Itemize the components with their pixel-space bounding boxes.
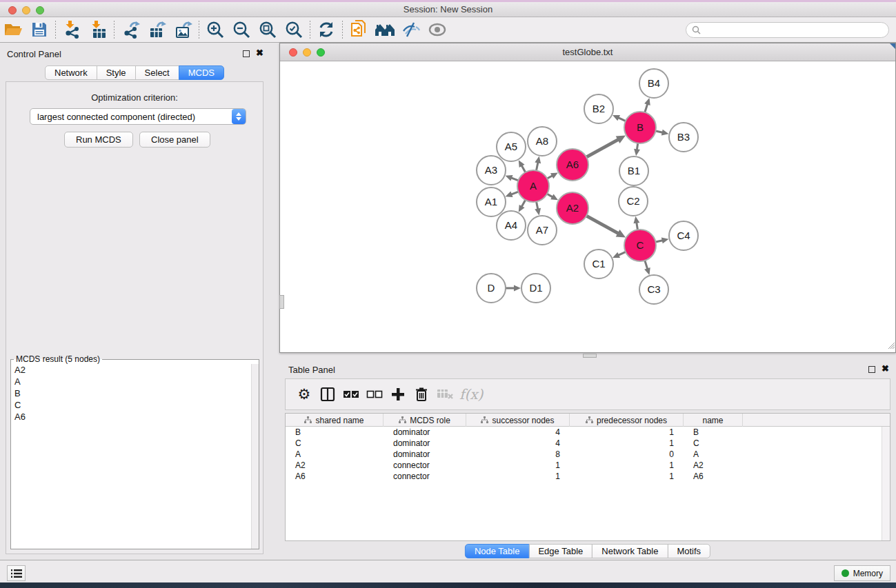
table-row-a2[interactable]: A2connector11A2	[286, 460, 890, 471]
graph-node-B3[interactable]: B3	[669, 123, 698, 152]
graph-node-C4[interactable]: C4	[669, 221, 698, 250]
tab-mcds[interactable]: MCDS	[179, 65, 224, 80]
graph-node-A1[interactable]: A1	[477, 187, 506, 216]
graph-node-A2[interactable]: A2	[557, 192, 588, 224]
table-row-a[interactable]: Adominator80A	[286, 449, 890, 460]
export-table-icon[interactable]	[143, 19, 170, 40]
result-item-b[interactable]: B	[11, 387, 251, 399]
column-type-icon	[481, 416, 488, 424]
table-row-c[interactable]: Cdominator41C	[286, 438, 890, 449]
add-column-icon[interactable]	[386, 383, 410, 405]
splitter-handle-vertical[interactable]	[279, 295, 284, 309]
tab-edge-table[interactable]: Edge Table	[528, 544, 593, 558]
task-history-list-icon[interactable]	[7, 565, 26, 581]
close-panel-icon[interactable]: ✖	[256, 48, 263, 58]
cell-name: B	[684, 427, 743, 438]
zoom-out-icon[interactable]	[228, 19, 255, 40]
search-field[interactable]	[686, 22, 889, 38]
select-all-columns-icon[interactable]	[339, 383, 363, 405]
zoom-selected-icon[interactable]	[281, 19, 307, 40]
splitter-handle-horizontal[interactable]	[583, 354, 597, 358]
graph-node-B[interactable]: B	[624, 112, 656, 143]
import-table-icon[interactable]	[85, 19, 111, 40]
new-network-from-selection-icon[interactable]	[346, 19, 372, 40]
search-input[interactable]	[701, 24, 888, 37]
memory-status-dot-icon	[842, 569, 849, 577]
graph-node-A[interactable]: A	[517, 170, 549, 202]
show-all-eye-icon[interactable]	[424, 19, 450, 40]
tab-style[interactable]: Style	[97, 65, 136, 80]
export-image-icon[interactable]	[170, 19, 196, 40]
apply-layout-icon[interactable]	[313, 19, 339, 40]
result-list-scrollbar[interactable]	[251, 364, 259, 549]
float-table-panel-icon[interactable]	[868, 366, 875, 373]
table-row-a6[interactable]: A6connector11A6	[286, 471, 890, 482]
table-row-b[interactable]: Bdominator41B	[286, 427, 890, 438]
result-item-c[interactable]: C	[11, 399, 251, 411]
graph-node-A5[interactable]: A5	[497, 132, 526, 161]
graph-node-A8[interactable]: A8	[528, 127, 557, 156]
control-panel-tabs: NetworkStyleSelectMCDS	[45, 65, 224, 80]
graph-node-C1[interactable]: C1	[584, 250, 613, 278]
graph-node-D[interactable]: D	[477, 274, 506, 303]
toolbar-separator	[199, 21, 199, 39]
graph-node-A4[interactable]: A4	[497, 211, 526, 240]
tab-select[interactable]: Select	[135, 65, 179, 80]
import-network-icon[interactable]	[59, 19, 85, 40]
graph-edge-A-A4	[519, 200, 526, 212]
main-titlebar: Session: New Session	[0, 2, 896, 17]
export-network-icon[interactable]	[117, 19, 143, 40]
table-scrollbar[interactable]	[882, 427, 890, 540]
graph-node-B1[interactable]: B1	[619, 156, 648, 185]
close-panel-button[interactable]: Close panel	[139, 132, 210, 148]
network-window-titlebar[interactable]: testGlobe.txt	[280, 43, 895, 61]
open-session-icon[interactable]	[0, 19, 26, 40]
column-header-shared-name[interactable]: shared name	[286, 414, 384, 427]
unselect-all-columns-icon[interactable]	[363, 383, 386, 405]
graph-node-C3[interactable]: C3	[639, 275, 668, 304]
tab-network[interactable]: Network	[45, 65, 97, 80]
zoom-in-icon[interactable]	[202, 19, 228, 40]
graph-node-B4[interactable]: B4	[639, 69, 668, 98]
graph-node-C2[interactable]: C2	[619, 187, 648, 216]
column-header-successor-nodes[interactable]: successor nodes	[466, 414, 570, 427]
delete-columns-trash-icon[interactable]	[410, 383, 433, 405]
column-type-icon	[399, 416, 406, 424]
graph-node-B2[interactable]: B2	[584, 94, 613, 123]
cell-predecessor-nodes: 1	[570, 427, 684, 438]
cell-shared-name: B	[286, 427, 384, 438]
optimization-criterion-dropdown[interactable]: largest connected component (directed)	[30, 108, 246, 125]
svg-text:D: D	[488, 282, 495, 294]
save-session-icon[interactable]	[26, 19, 52, 40]
column-type-icon	[586, 416, 593, 424]
desktop-background-strip	[0, 582, 896, 588]
show-columns-icon[interactable]	[316, 383, 339, 405]
graph-node-A7[interactable]: A7	[528, 216, 557, 245]
result-item-a2[interactable]: A2	[11, 364, 251, 376]
tab-motifs[interactable]: Motifs	[667, 544, 710, 558]
cell-successor-nodes: 4	[466, 438, 570, 449]
column-header-mcds-role[interactable]: MCDS role	[384, 414, 466, 427]
graph-node-A6[interactable]: A6	[557, 149, 588, 181]
table-settings-gear-icon[interactable]: ⚙	[292, 383, 316, 405]
graph-node-C[interactable]: C	[624, 230, 656, 261]
tab-node-table[interactable]: Node Table	[465, 544, 530, 558]
column-header-predecessor-nodes[interactable]: predecessor nodes	[570, 414, 684, 427]
tab-network-table[interactable]: Network Table	[592, 544, 668, 558]
network-canvas[interactable]: AA1A2A3A4A5A6A7A8BB1B2B3B4CC1C2C3C4DD1	[280, 61, 895, 352]
zoom-fit-icon[interactable]	[255, 19, 281, 40]
float-panel-icon[interactable]	[243, 50, 250, 57]
mcds-panel: Optimization criterion: largest connecte…	[6, 81, 263, 554]
hide-selected-eye-slash-icon[interactable]	[398, 19, 424, 40]
memory-button[interactable]: Memory	[834, 565, 890, 581]
close-table-panel-icon[interactable]: ✖	[882, 364, 889, 374]
resize-grip-icon[interactable]	[886, 339, 895, 352]
run-mcds-button[interactable]: Run MCDS	[64, 132, 133, 148]
result-item-a6[interactable]: A6	[11, 411, 251, 423]
status-bar: Memory	[0, 560, 896, 582]
graph-node-D1[interactable]: D1	[521, 274, 550, 303]
column-header-name[interactable]: name	[684, 414, 743, 427]
graph-node-A3[interactable]: A3	[477, 156, 506, 185]
home-icon[interactable]	[372, 19, 398, 40]
result-item-a[interactable]: A	[11, 376, 251, 387]
